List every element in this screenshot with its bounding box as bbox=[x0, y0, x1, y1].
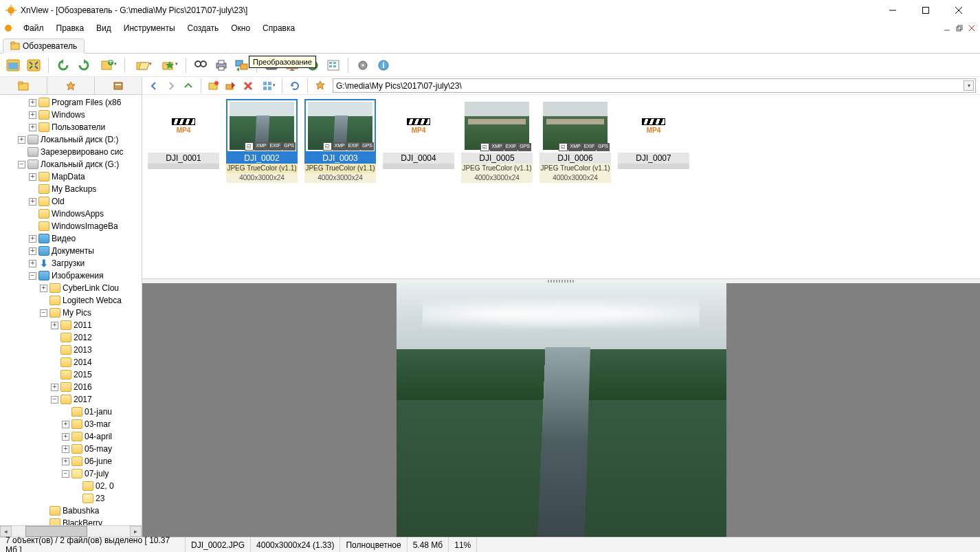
tree-item[interactable]: 2015 bbox=[0, 368, 142, 381]
mdi-close[interactable] bbox=[966, 23, 977, 34]
thumbnail-pane[interactable]: MP4DJI_0001◱XMPEXIFGPSDJI_0002JPEG TrueC… bbox=[142, 95, 980, 279]
tree-toggle[interactable]: + bbox=[29, 124, 36, 131]
folder-tree[interactable]: +Program Files (x86+Windows+Пользователи… bbox=[0, 95, 142, 537]
tree-item[interactable]: +Видео bbox=[0, 232, 142, 245]
tree-item[interactable]: +2011 bbox=[0, 319, 142, 331]
thumbnail-item[interactable]: MP4DJI_0007 bbox=[616, 99, 691, 169]
thumbnail-item[interactable]: ◱XMPEXIFGPSDJI_0003JPEG TrueColor (v1.1)… bbox=[303, 99, 377, 183]
tree-item[interactable]: 2014 bbox=[0, 356, 142, 368]
menu-window[interactable]: Окно bbox=[225, 22, 256, 34]
nav-back-button[interactable] bbox=[146, 78, 162, 93]
new-folder-button[interactable] bbox=[206, 78, 221, 93]
tree-item[interactable]: WindowsApps bbox=[0, 208, 142, 220]
menu-tools[interactable]: Инструменты bbox=[118, 22, 181, 34]
tree-item[interactable]: +Program Files (x86 bbox=[0, 96, 142, 109]
tree-item[interactable]: +06-june bbox=[0, 455, 142, 467]
tree-item[interactable]: Babushka bbox=[0, 505, 142, 517]
tree-item[interactable]: −My Pics bbox=[0, 307, 142, 319]
preview-pane[interactable] bbox=[142, 283, 980, 537]
rotate-left-button[interactable] bbox=[54, 56, 72, 74]
tree-item[interactable]: 01-janu bbox=[0, 406, 142, 418]
thumbnail-item[interactable]: MP4DJI_0001 bbox=[146, 99, 221, 169]
tree-toggle[interactable]: − bbox=[51, 396, 58, 404]
thumbnail-item[interactable]: MP4DJI_0004 bbox=[381, 99, 456, 169]
tree-item[interactable]: +03-mar bbox=[0, 418, 142, 430]
tree-item[interactable]: +Old bbox=[0, 195, 142, 208]
menu-view[interactable]: Вид bbox=[91, 22, 117, 34]
nav-up-button[interactable] bbox=[181, 78, 196, 93]
fullscreen-button[interactable] bbox=[4, 56, 22, 74]
nav-forward-button[interactable] bbox=[164, 78, 179, 93]
menu-file[interactable]: Файл bbox=[18, 22, 49, 34]
tree-toggle[interactable]: − bbox=[62, 470, 69, 478]
tree-item[interactable]: 23 bbox=[0, 492, 142, 505]
tree-item[interactable]: −Изображения bbox=[0, 269, 142, 282]
tree-item[interactable]: My Backups bbox=[0, 183, 142, 195]
tree-toggle[interactable]: + bbox=[51, 384, 58, 391]
tree-item[interactable]: +MapData bbox=[0, 170, 142, 183]
tree-item[interactable]: +Пользователи bbox=[0, 121, 142, 133]
tree-item[interactable]: +Локальный диск (D:) bbox=[0, 133, 142, 146]
sidebar-tab-favorites[interactable] bbox=[47, 77, 95, 94]
rename-button[interactable] bbox=[223, 78, 238, 93]
contact-sheet-button[interactable] bbox=[324, 56, 342, 74]
tree-toggle[interactable]: + bbox=[51, 322, 58, 329]
delete-button[interactable] bbox=[241, 78, 256, 93]
tree-item[interactable]: +Windows bbox=[0, 109, 142, 121]
tree-toggle[interactable]: + bbox=[62, 445, 69, 453]
settings-button[interactable] bbox=[354, 56, 372, 74]
tree-toggle[interactable]: + bbox=[29, 198, 36, 206]
maximize-button[interactable] bbox=[910, 0, 942, 21]
tree-toggle[interactable]: + bbox=[29, 173, 36, 181]
tree-hscrollbar[interactable]: ◂▸ bbox=[0, 525, 142, 537]
tree-item[interactable]: −2017 bbox=[0, 393, 142, 406]
tree-item[interactable]: +05-may bbox=[0, 443, 142, 455]
mdi-restore[interactable] bbox=[954, 23, 965, 34]
tree-item[interactable]: 2013 bbox=[0, 344, 142, 356]
tree-toggle[interactable]: − bbox=[18, 161, 25, 168]
tree-item[interactable]: +CyberLink Clou bbox=[0, 282, 142, 294]
refresh-button[interactable] bbox=[287, 78, 302, 93]
view-mode-button[interactable] bbox=[258, 78, 277, 93]
path-input[interactable]: G:\media\My Pics\2017\07-july\23\ ▾ bbox=[333, 78, 976, 93]
tree-toggle[interactable]: − bbox=[40, 309, 47, 317]
mdi-minimize[interactable] bbox=[942, 23, 953, 34]
tree-item[interactable]: +Документы bbox=[0, 245, 142, 257]
tree-toggle[interactable]: + bbox=[62, 433, 69, 441]
tree-item[interactable]: 02, 0 bbox=[0, 480, 142, 492]
tab-browser[interactable]: Обозреватель bbox=[3, 38, 85, 54]
search-button[interactable] bbox=[192, 56, 210, 74]
tree-item[interactable]: 2012 bbox=[0, 331, 142, 344]
info-button[interactable]: i bbox=[375, 56, 392, 74]
thumbnail-item[interactable]: ◱XMPEXIFGPSDJI_0002JPEG TrueColor (v1.1)… bbox=[225, 99, 299, 183]
tree-toggle[interactable]: + bbox=[62, 421, 69, 428]
tree-item[interactable]: Logitech Webca bbox=[0, 294, 142, 307]
tree-toggle[interactable]: + bbox=[40, 285, 47, 292]
close-button[interactable] bbox=[943, 0, 975, 21]
tree-item[interactable]: +⬇Загрузки bbox=[0, 257, 142, 269]
open-button[interactable] bbox=[131, 56, 154, 74]
menu-help[interactable]: Справка bbox=[257, 22, 300, 34]
menu-edit[interactable]: Правка bbox=[51, 22, 90, 34]
thumbnail-item[interactable]: ◱XMPEXIFGPSDJI_0006JPEG TrueColor (v1.1)… bbox=[538, 99, 612, 183]
tree-toggle[interactable]: + bbox=[29, 235, 36, 243]
tree-item[interactable]: +04-april bbox=[0, 430, 142, 443]
tree-item[interactable]: Зарезервировано сис bbox=[0, 146, 142, 158]
fit-button[interactable] bbox=[25, 56, 43, 74]
sidebar-tab-categories[interactable] bbox=[95, 77, 142, 94]
tree-toggle[interactable]: + bbox=[29, 111, 36, 119]
tag-button[interactable]: + bbox=[96, 56, 119, 74]
tree-toggle[interactable]: + bbox=[62, 458, 69, 465]
print-button[interactable] bbox=[212, 56, 230, 74]
minimize-button[interactable] bbox=[877, 0, 909, 21]
add-favorite-button[interactable] bbox=[313, 78, 328, 93]
path-dropdown-icon[interactable]: ▾ bbox=[964, 80, 974, 91]
thumbnail-item[interactable]: ◱XMPEXIFGPSDJI_0005JPEG TrueColor (v1.1)… bbox=[460, 99, 534, 183]
convert-button[interactable]: Преобразование bbox=[233, 56, 251, 74]
tree-item[interactable]: −07-july bbox=[0, 467, 142, 480]
rotate-right-button[interactable] bbox=[75, 56, 93, 74]
tree-toggle[interactable]: + bbox=[29, 247, 36, 255]
sidebar-tab-folders[interactable] bbox=[0, 77, 47, 94]
favorites-button[interactable] bbox=[157, 56, 180, 74]
tree-toggle[interactable]: + bbox=[29, 99, 36, 107]
